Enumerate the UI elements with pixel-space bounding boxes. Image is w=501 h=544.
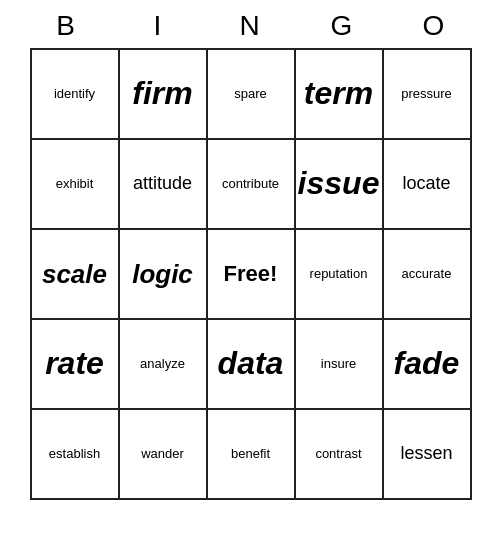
bingo-cell: locate xyxy=(384,140,472,230)
bingo-cell: term xyxy=(296,50,384,140)
bingo-cell: scale xyxy=(32,230,120,320)
cell-text: exhibit xyxy=(56,177,94,191)
bingo-cell: establish xyxy=(32,410,120,500)
cell-text: benefit xyxy=(231,447,270,461)
bingo-cell: attitude xyxy=(120,140,208,230)
bingo-cell: reputation xyxy=(296,230,384,320)
bingo-cell: lessen xyxy=(384,410,472,500)
bingo-cell: contrast xyxy=(296,410,384,500)
bingo-cell: issue xyxy=(296,140,384,230)
bingo-cell: fade xyxy=(384,320,472,410)
header-letter: G xyxy=(301,10,385,42)
cell-text: reputation xyxy=(310,267,368,281)
bingo-header: BINGO xyxy=(21,0,481,48)
cell-text: attitude xyxy=(133,174,192,194)
cell-text: identify xyxy=(54,87,95,101)
bingo-cell: firm xyxy=(120,50,208,140)
cell-text: contribute xyxy=(222,177,279,191)
bingo-cell: benefit xyxy=(208,410,296,500)
bingo-cell: identify xyxy=(32,50,120,140)
bingo-cell: accurate xyxy=(384,230,472,320)
cell-text: analyze xyxy=(140,357,185,371)
bingo-cell: data xyxy=(208,320,296,410)
bingo-cell: rate xyxy=(32,320,120,410)
cell-text: scale xyxy=(42,260,107,289)
cell-text: locate xyxy=(402,174,450,194)
cell-text: establish xyxy=(49,447,100,461)
cell-text: wander xyxy=(141,447,184,461)
bingo-cell: contribute xyxy=(208,140,296,230)
cell-text: contrast xyxy=(315,447,361,461)
bingo-cell: analyze xyxy=(120,320,208,410)
bingo-cell: insure xyxy=(296,320,384,410)
bingo-grid: identifyfirmsparetermpressureexhibitatti… xyxy=(30,48,472,500)
cell-text: firm xyxy=(132,76,192,111)
cell-text: Free! xyxy=(224,262,278,286)
bingo-cell: Free! xyxy=(208,230,296,320)
bingo-cell: pressure xyxy=(384,50,472,140)
cell-text: pressure xyxy=(401,87,452,101)
header-letter: N xyxy=(209,10,293,42)
header-letter: B xyxy=(25,10,109,42)
cell-text: term xyxy=(304,76,373,111)
header-letter: O xyxy=(393,10,477,42)
cell-text: accurate xyxy=(402,267,452,281)
bingo-cell: logic xyxy=(120,230,208,320)
cell-text: data xyxy=(218,346,284,381)
cell-text: rate xyxy=(45,346,104,381)
bingo-cell: exhibit xyxy=(32,140,120,230)
cell-text: issue xyxy=(298,166,380,201)
bingo-cell: wander xyxy=(120,410,208,500)
header-letter: I xyxy=(117,10,201,42)
cell-text: spare xyxy=(234,87,267,101)
cell-text: insure xyxy=(321,357,356,371)
cell-text: lessen xyxy=(400,444,452,464)
bingo-cell: spare xyxy=(208,50,296,140)
cell-text: fade xyxy=(394,346,460,381)
cell-text: logic xyxy=(132,260,193,289)
